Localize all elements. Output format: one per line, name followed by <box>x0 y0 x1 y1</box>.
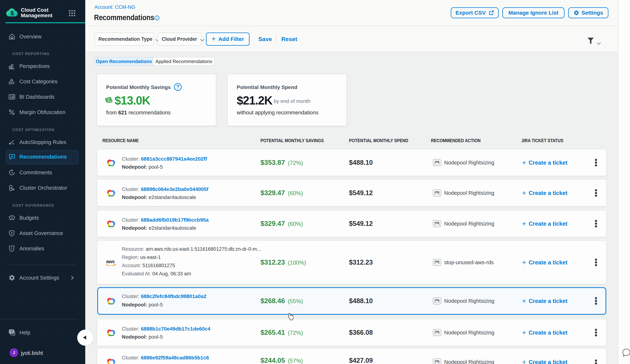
svg-text:$: $ <box>11 216 13 219</box>
svg-text:$: $ <box>10 9 14 16</box>
svg-text:?: ? <box>10 330 12 334</box>
svg-text:$: $ <box>11 231 13 235</box>
